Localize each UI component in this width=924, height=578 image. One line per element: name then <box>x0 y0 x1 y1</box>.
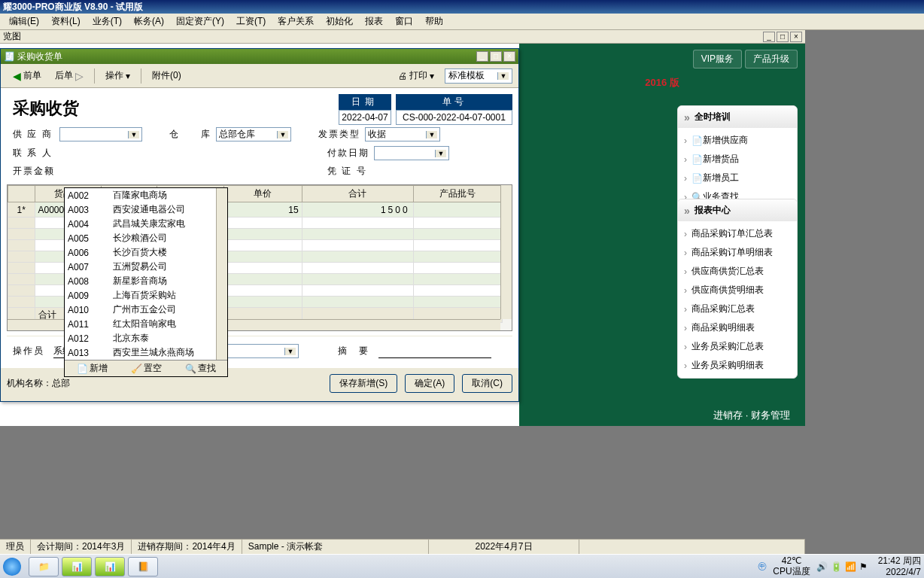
dropdown-item[interactable]: A003西安浚通电器公司 <box>65 202 227 217</box>
next-bill-button[interactable]: 后单▷ <box>49 67 90 84</box>
dp-clear-button[interactable]: 🧹 置空 <box>131 362 162 375</box>
ok-button[interactable]: 确定(A) <box>405 374 454 393</box>
summary-input[interactable] <box>378 345 491 358</box>
menu-edit[interactable]: 编辑(E) <box>3 14 45 29</box>
menu-salary[interactable]: 工资(T) <box>230 14 272 29</box>
dropdown-item[interactable]: A013西安里兰城永燕商场 <box>65 345 227 360</box>
no-value[interactable]: CS-000-2022-04-07-0001 <box>396 110 512 125</box>
tray-icon[interactable]: 🔋 <box>831 561 842 572</box>
dropdown-item[interactable]: A010广州市五金公司 <box>65 303 227 317</box>
report-link[interactable]: 供应商供货汇总表 <box>678 262 797 281</box>
report-link[interactable]: 供应商供货明细表 <box>678 281 797 300</box>
tray-icon[interactable]: 📶 <box>845 561 856 572</box>
attach-button[interactable]: 附件(0) <box>146 67 187 84</box>
upgrade-button[interactable]: 产品升级 <box>745 50 798 68</box>
report-link[interactable]: 商品采购明细表 <box>678 318 797 337</box>
voucher-label: 凭 证 号 <box>327 165 369 178</box>
menu-data[interactable]: 资料(L) <box>45 14 87 29</box>
invoice-type-label: 发票类型 <box>318 128 360 141</box>
version-badge: 2016 版 <box>519 76 805 90</box>
right-panel: VIP服务 产品升级 2016 版 全时培训 📄新增供应商 📄新增货品 📄新增员… <box>519 44 805 426</box>
dropdown-item[interactable]: A011红太阳音响家电 <box>65 317 227 331</box>
status-period: 会计期间：2014年3月 <box>31 540 132 554</box>
report-card: 报表中心 商品采购订单汇总表商品采购订单明细表供应商供货汇总表供应商供货明细表商… <box>677 199 798 379</box>
dialog-toolbar: ◀前单 后单▷ 操作 ▾ 附件(0) 🖨 打印 ▾ 标准模板▼ <box>1 64 518 88</box>
taskbar: 📁 📊 📊 📙 ㊥ 42℃ CPU温度 🔊 🔋 📶 ⚑ 21:42 周四 202… <box>0 554 924 578</box>
task-app1[interactable]: 📊 <box>62 557 92 576</box>
date-header: 日期 <box>339 94 391 110</box>
menu-account[interactable]: 帐务(A) <box>128 14 170 29</box>
system-tray: ㊥ 42℃ CPU温度 🔊 🔋 📶 ⚑ 21:42 周四 2022/4/7 <box>758 555 921 577</box>
save-new-button[interactable]: 保存新增(S) <box>330 374 397 393</box>
summary-label: 摘 要 <box>338 345 369 357</box>
link-add-staff[interactable]: 📄新增员工 <box>678 169 797 187</box>
menu-window[interactable]: 窗口 <box>389 14 419 29</box>
maximize-button[interactable]: □ <box>777 32 789 42</box>
report-link[interactable]: 商品采购订单汇总表 <box>678 224 797 243</box>
menu-asset[interactable]: 固定资产(Y) <box>170 14 230 29</box>
grid-vscroll[interactable] <box>500 185 512 319</box>
report-link[interactable]: 商品采购订单明细表 <box>678 243 797 262</box>
dropdown-item[interactable]: A008新星影音商场 <box>65 274 227 288</box>
dlg-max-button[interactable]: □ <box>490 51 502 62</box>
dropdown-scroll[interactable] <box>216 188 227 360</box>
warehouse-label: 仓 库 <box>169 128 211 141</box>
dropdown-item[interactable]: A002百隆家电商场 <box>65 188 227 202</box>
dp-add-button[interactable]: 📄 新增 <box>77 362 108 375</box>
supplier-input[interactable]: ▼ <box>59 127 142 141</box>
dp-find-button[interactable]: 🔍 查找 <box>185 362 216 375</box>
tray-ime-icon[interactable]: ㊥ <box>758 560 767 573</box>
contact-label: 联 系 人 <box>13 147 55 160</box>
link-add-supplier[interactable]: 📄新增供应商 <box>678 131 797 150</box>
menu-report[interactable]: 报表 <box>359 14 389 29</box>
report-link[interactable]: 业务员采购明细表 <box>678 356 797 375</box>
report-header: 报表中心 <box>678 199 797 221</box>
link-add-product[interactable]: 📄新增货品 <box>678 150 797 169</box>
date-value[interactable]: 2022-04-07 <box>339 110 391 125</box>
print-button[interactable]: 🖨 打印 ▾ <box>392 67 440 84</box>
dropdown-item[interactable]: A007五洲贸易公司 <box>65 260 227 274</box>
sales-input[interactable]: ▼ <box>223 344 299 358</box>
invoice-type-input[interactable]: 收据▼ <box>365 127 440 141</box>
start-button[interactable] <box>3 558 21 576</box>
report-link[interactable]: 商品采购汇总表 <box>678 300 797 318</box>
clock[interactable]: 21:42 周四 2022/4/7 <box>878 555 921 577</box>
menu-help[interactable]: 帮助 <box>419 14 449 29</box>
tray-icon[interactable]: 🔊 <box>816 561 828 572</box>
task-app2[interactable]: 📊 <box>95 557 125 576</box>
cancel-button[interactable]: 取消(C) <box>462 374 512 393</box>
purchase-receipt-dialog: 🧾 采购收货单 _ □ × ◀前单 后单▷ 操作 ▾ 附件(0) 🖨 打印 ▾ … <box>0 48 519 402</box>
operation-button[interactable]: 操作 ▾ <box>99 67 136 84</box>
dropdown-item[interactable]: A012北京东泰 <box>65 331 227 345</box>
org-label: 机构名称：总部 <box>7 377 70 390</box>
dropdown-item[interactable]: A006长沙百货大楼 <box>65 245 227 260</box>
close-button[interactable]: × <box>790 32 802 42</box>
status-inv-period: 进销存期间：2014年4月 <box>132 540 242 554</box>
title-bar: 耀3000-PRO商业版 V8.90 - 试用版 <box>0 0 924 14</box>
invoice-amount-label: 开票金额 <box>13 165 55 178</box>
warehouse-input[interactable]: 总部仓库▼ <box>216 127 291 141</box>
task-explorer[interactable]: 📁 <box>29 557 59 576</box>
minimize-button[interactable]: _ <box>763 32 775 42</box>
dialog-title-bar[interactable]: 🧾 采购收货单 _ □ × <box>1 49 518 64</box>
menu-bar: 编辑(E) 资料(L) 业务(T) 帐务(A) 固定资产(Y) 工资(T) 客户… <box>0 14 924 30</box>
supplier-dropdown[interactable]: A002百隆家电商场A003西安浚通电器公司A004武昌城关康宏家电A005长沙… <box>64 187 228 377</box>
vip-button[interactable]: VIP服务 <box>693 50 742 68</box>
training-header: 全时培训 <box>678 106 797 128</box>
tray-icon[interactable]: ⚑ <box>859 561 868 572</box>
mdi-title-bar: 览图 _ □ × <box>0 30 805 44</box>
dropdown-item[interactable]: A009上海百货采购站 <box>65 288 227 303</box>
menu-init[interactable]: 初始化 <box>320 14 359 29</box>
dropdown-item[interactable]: A005长沙粮酒公司 <box>65 231 227 245</box>
dlg-close-button[interactable]: × <box>503 51 515 62</box>
dlg-min-button[interactable]: _ <box>476 51 488 62</box>
task-ppt[interactable]: 📙 <box>128 557 158 576</box>
dropdown-item[interactable]: A004武昌城关康宏家电 <box>65 217 227 231</box>
menu-crm[interactable]: 客户关系 <box>272 14 320 29</box>
template-select[interactable]: 标准模板▼ <box>445 68 512 84</box>
paydate-input[interactable]: ▼ <box>374 146 449 160</box>
report-link[interactable]: 业务员采购汇总表 <box>678 337 797 356</box>
cpu-label: CPU温度 <box>773 567 810 576</box>
menu-biz[interactable]: 业务(T) <box>87 14 128 29</box>
prev-bill-button[interactable]: ◀前单 <box>7 67 47 84</box>
